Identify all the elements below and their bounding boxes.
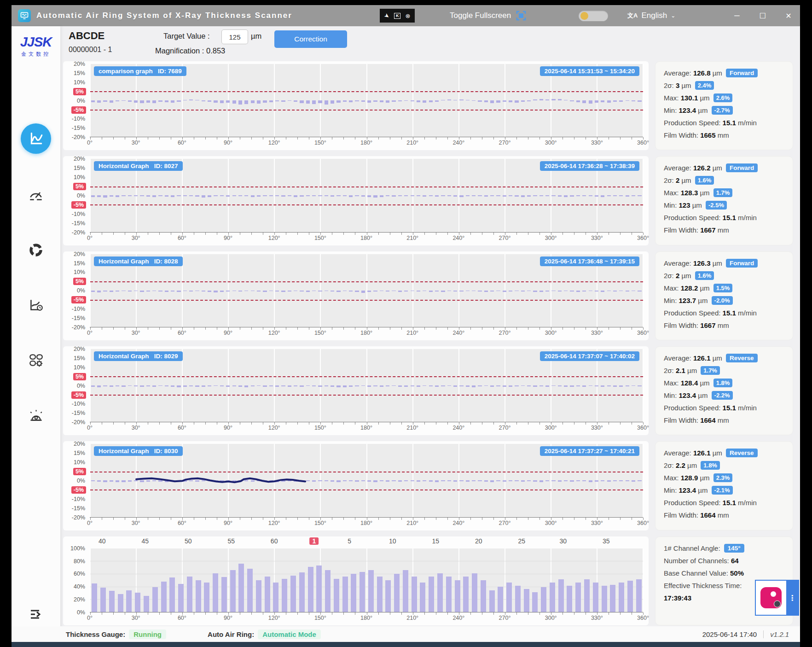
sidebar-collapse-button[interactable] — [12, 606, 60, 622]
y-axis-label: 20% — [74, 596, 85, 603]
sidebar-item-gauge-dashboard[interactable] — [12, 187, 60, 203]
data-bar — [496, 385, 500, 386]
x-axis-label: 0° — [87, 330, 93, 336]
data-bar — [496, 100, 500, 102]
target-value-input[interactable] — [221, 29, 248, 44]
data-bar — [496, 195, 500, 196]
x-axis-label: 210° — [406, 235, 418, 241]
x-axis-label: 300° — [545, 615, 557, 621]
average-label: Average: — [664, 449, 691, 457]
data-bar — [466, 100, 470, 100]
x-axis-label: 270° — [499, 140, 511, 146]
max-label: Max: — [664, 94, 679, 102]
widget-body[interactable] — [756, 581, 786, 615]
data-bar — [527, 385, 531, 386]
data-bar — [312, 291, 316, 291]
data-bar — [595, 195, 598, 196]
production-speed-line: Production Speed: 15.1 m/min — [664, 117, 784, 129]
data-bar — [589, 100, 592, 104]
data-bar — [281, 291, 285, 292]
x-axis-label: 300° — [545, 235, 557, 241]
data-bar — [91, 291, 95, 292]
close-button[interactable]: ✕ — [783, 12, 794, 20]
sidebar-item-ring-statistics[interactable] — [12, 242, 60, 258]
data-bar — [453, 291, 457, 291]
data-bar — [122, 291, 125, 291]
app-icon — [18, 9, 31, 22]
chart-timerange-badge: 2025-06-14 17:36:28 ~ 17:38:39 — [540, 161, 639, 171]
chart-8028: 20%15%10%5%0%-5%-10%-15%-20%Horizontal G… — [63, 251, 649, 340]
sidebar-item-history-curve[interactable] — [12, 297, 60, 314]
sidebar-item-modules-settings[interactable] — [12, 352, 60, 369]
x-axis-label: 150° — [314, 235, 326, 241]
data-bar — [110, 195, 113, 196]
data-bar — [589, 291, 592, 291]
data-bar — [312, 100, 316, 104]
max-line: Max: 128.2 µm 1.5% — [664, 282, 784, 294]
channel-number-label: 25 — [518, 537, 525, 545]
thickness-gauge-label: Thickness Gauge: — [66, 630, 125, 638]
y-axis-label: -10% — [72, 306, 85, 312]
x-axis-label: 210° — [406, 140, 418, 146]
data-bar — [539, 99, 543, 100]
data-bar — [331, 195, 334, 196]
average-line: Average: 126.2 µm Forward — [664, 162, 784, 174]
production-speed-label: Production Speed: — [664, 119, 720, 127]
correction-button[interactable]: Correction — [274, 30, 347, 48]
data-bar — [171, 291, 174, 291]
data-bar — [251, 195, 255, 197]
cursor-icon[interactable]: ➤ — [383, 12, 391, 20]
sidebar-item-alarm[interactable] — [12, 408, 60, 424]
minimize-button[interactable]: ─ — [732, 12, 742, 20]
toggle-fullscreen-button[interactable]: Toggle Fullscreen — [450, 5, 527, 26]
sigma-pct-badge: 1.8% — [701, 461, 720, 470]
widget-menu-strip[interactable]: ⋮ — [786, 581, 798, 615]
theme-toggle-switch[interactable] — [579, 11, 608, 21]
data-bar — [533, 99, 537, 100]
x-axis-label: 90° — [224, 330, 232, 336]
hotkey-icon[interactable]: K — [394, 13, 401, 19]
language-selector[interactable]: 文A English ⌄ — [627, 5, 675, 26]
channel-number-label: 45 — [141, 537, 149, 545]
data-bar — [558, 385, 562, 386]
data-bar — [152, 195, 156, 197]
data-bar — [288, 385, 291, 387]
max-label: Max: — [664, 284, 679, 292]
unit-label: µm — [700, 94, 709, 102]
close-circle-icon[interactable]: ⊗ — [405, 12, 410, 19]
data-bar — [226, 100, 230, 103]
max-line: Max: 130.1 µm 2.6% — [664, 92, 784, 104]
y-axis: 20%15%10%5%0%-5%-10%-15%-20% — [63, 64, 89, 137]
x-axis-label: 150° — [314, 330, 326, 336]
data-bar — [367, 291, 371, 292]
film-width-label: Film Width: — [664, 511, 698, 519]
channel-bar — [290, 576, 296, 612]
data-bar — [300, 195, 303, 196]
average-line: Average: 126.1 µm Reverse — [664, 447, 784, 459]
channel-bar — [360, 572, 365, 612]
kebab-menu-icon: ⋮ — [789, 594, 796, 602]
film-width-label: Film Width: — [664, 226, 698, 234]
brand-logo: JJSK 金文数控 — [12, 35, 60, 58]
data-bar — [183, 195, 187, 196]
y-axis-label: 20% — [74, 346, 85, 352]
data-bar — [281, 385, 285, 386]
app-title: Automatic Air Ring System of X-Ray Thick… — [36, 5, 292, 26]
chart-row: 20%15%10%5%0%-5%-10%-15%-20%Horizontal G… — [63, 251, 793, 340]
floating-app-widget[interactable]: ⋮ — [755, 580, 799, 616]
target-value-unit: µm — [251, 32, 261, 41]
sidebar-item-trend-monitor[interactable] — [12, 123, 60, 154]
maximize-button[interactable]: ☐ — [758, 12, 768, 20]
data-bar — [570, 385, 574, 386]
data-bar — [392, 291, 395, 291]
data-bar — [238, 385, 242, 386]
average-value: 126.8 — [693, 69, 711, 77]
x-axis-label: 270° — [499, 425, 511, 431]
data-bar — [122, 385, 125, 386]
data-bar — [214, 385, 217, 386]
data-bar — [478, 195, 481, 196]
stats-card-8029: Average: 126.1 µm Reverse 2σ: 2.1 µm 1.7… — [655, 346, 793, 435]
x-axis-label: 210° — [406, 615, 418, 621]
limit-dashed-line — [90, 204, 643, 205]
limit-label: 5% — [73, 278, 86, 285]
